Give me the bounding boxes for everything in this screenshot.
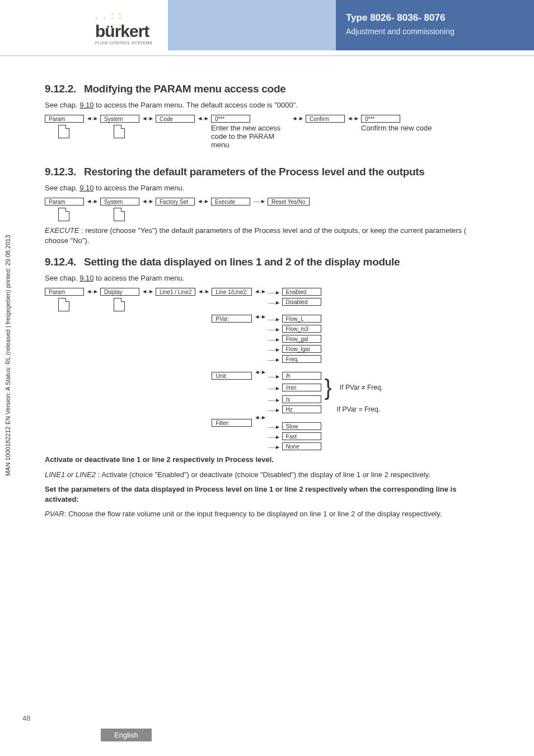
caption-confirm-code: Confirm the new code	[361, 124, 432, 132]
content: 9.12.2. Modifying the PARAM menu access …	[0, 56, 534, 519]
node-fast: Fast	[282, 432, 321, 440]
node-min: /min	[282, 384, 321, 391]
arrow-icon	[268, 396, 279, 403]
logo: . . : : bürkert FLUID CONTROL SYSTEMS	[95, 10, 152, 45]
arrow-icon	[268, 433, 279, 440]
flow-diagram-3: Param Display Line1 / Line2 Line 1/Line2…	[45, 288, 489, 450]
node-none: None	[282, 442, 321, 450]
node-display: Display	[100, 288, 139, 296]
node-system: System	[100, 115, 139, 123]
note-pvar-eq: If PVar = Freq.	[337, 405, 380, 413]
node-param: Param	[45, 198, 84, 206]
node-slow: Slow	[282, 422, 321, 430]
heading-9-12-4: 9.12.4. Setting the data displayed on li…	[45, 256, 489, 268]
doc-icon	[114, 208, 125, 221]
heading-9-12-2: 9.12.2. Modifying the PARAM menu access …	[45, 83, 489, 95]
node-factory-set: Factory Set	[156, 198, 195, 206]
header-band: . . : : bürkert FLUID CONTROL SYSTEMS Ty…	[0, 0, 534, 56]
arrow-icon	[87, 115, 97, 121]
footer-language: English	[101, 729, 152, 741]
node-freq: Freq.	[282, 355, 321, 363]
node-zero: 0***	[211, 115, 250, 123]
node-execute: Execute	[211, 198, 250, 206]
doc-icon	[58, 208, 69, 221]
heading-num: 9.12.3.	[45, 166, 76, 178]
header-white: . . : : bürkert FLUID CONTROL SYSTEMS	[0, 0, 168, 50]
see-chap-1: See chap. 9.10 to access the Param menu.…	[45, 101, 489, 109]
node-pvar: PVar:	[212, 315, 251, 323]
header-light-band	[168, 0, 336, 50]
type-line: Type 8026- 8036- 8076	[346, 12, 524, 24]
arrow-icon	[143, 198, 152, 204]
heading-title: Modifying the PARAM menu access code	[84, 83, 285, 95]
logo-text: bürkert	[95, 22, 152, 41]
heading-num: 9.12.4.	[45, 256, 76, 268]
node-line12: Line1 / Line2	[156, 288, 195, 296]
arrow-icon	[143, 115, 152, 121]
arrow-icon	[268, 356, 279, 362]
arrow-icon	[254, 198, 264, 204]
page-number: 48	[22, 714, 30, 722]
logo-subtext: FLUID CONTROL SYSTEMS	[95, 41, 152, 45]
heading-title: Setting the data displayed on lines 1 an…	[84, 256, 400, 268]
node-flow-l: Flow_L	[282, 315, 321, 323]
arrow-icon	[143, 288, 152, 294]
arrow-icon	[198, 198, 208, 204]
heading-9-12-3: 9.12.3. Restoring the default parameters…	[45, 166, 489, 178]
node-s: /s	[282, 395, 321, 403]
node-param: Param	[45, 115, 84, 123]
arrow-icon	[255, 368, 265, 375]
vertical-print-info: MAN 1000182212 EN Version: A Status: RL …	[4, 235, 11, 476]
arrow-icon	[348, 115, 358, 121]
arrow-icon	[255, 313, 265, 319]
arrow-icon	[255, 414, 265, 420]
arrow-icon	[198, 115, 208, 121]
arrow-icon	[268, 289, 279, 295]
logo-dots-icon: . . : :	[95, 10, 152, 22]
header-dark-band: Type 8026- 8036- 8076 Adjustment and com…	[336, 0, 534, 50]
node-flow-igal: Flow_Igal	[282, 345, 321, 353]
arrow-icon	[268, 423, 279, 430]
arrow-icon	[268, 299, 279, 305]
arrow-icon	[293, 115, 302, 121]
arrow-icon	[255, 288, 265, 294]
see-chap-3: See chap. 9.10 to access the Param menu.	[45, 274, 489, 282]
arrow-icon	[87, 198, 97, 204]
flow-diagram-2: Param System Factory Set Execute Reset Y…	[45, 198, 489, 221]
see-chap-2: See chap. 9.10 to access the Param menu.	[45, 184, 489, 192]
execute-body: EXECUTE : restore (choose "Yes") the def…	[45, 226, 489, 246]
arrow-icon	[199, 288, 208, 294]
doc-icon	[58, 298, 69, 311]
node-flow-gal: Flow_gal	[282, 335, 321, 343]
node-code: Code	[156, 115, 195, 123]
subtree-keys: Line 1/Line2: PVar: Unit: Filter:	[212, 288, 251, 427]
node-filter: Filter:	[212, 419, 251, 427]
node-enabled: Enabled	[282, 288, 321, 296]
subtree-values: Enabled Disabled Flow_L Flow_m3 Flow_gal…	[268, 288, 383, 450]
doc-icon	[58, 125, 69, 138]
arrow-icon	[268, 407, 279, 413]
node-system: System	[100, 198, 139, 206]
arrow-icon	[268, 326, 279, 332]
heading-title: Restoring the default parameters of the …	[84, 166, 425, 178]
caption-enter-code: Enter the new access code to the PARAM m…	[211, 124, 289, 149]
para-line12: LINE1 or LINE2 : Activate (choice "Enabl…	[45, 470, 489, 480]
node-flow-m3: Flow_m3	[282, 325, 321, 333]
node-hz: Hz	[282, 405, 321, 413]
arrow-icon	[268, 385, 279, 391]
para-activate: Activate or deactivate line 1 or line 2 …	[45, 455, 489, 465]
node-h: /h	[282, 372, 321, 380]
para-pvar: PVAR: Choose the flow rate volume unit o…	[45, 509, 489, 519]
node-disabled: Disabled	[282, 298, 321, 306]
node-zero2: 0***	[361, 115, 400, 123]
heading-num: 9.12.2.	[45, 83, 76, 95]
brace-icon: }	[325, 382, 332, 393]
arrow-icon	[268, 346, 279, 352]
node-param: Param	[45, 288, 84, 296]
arrow-icon	[268, 444, 279, 450]
subtree-arrows	[255, 288, 265, 420]
arrow-icon	[87, 288, 97, 294]
node-confirm: Confirm	[306, 115, 345, 123]
node-reset: Reset Yes/No	[268, 198, 310, 206]
doc-icon	[114, 125, 125, 138]
